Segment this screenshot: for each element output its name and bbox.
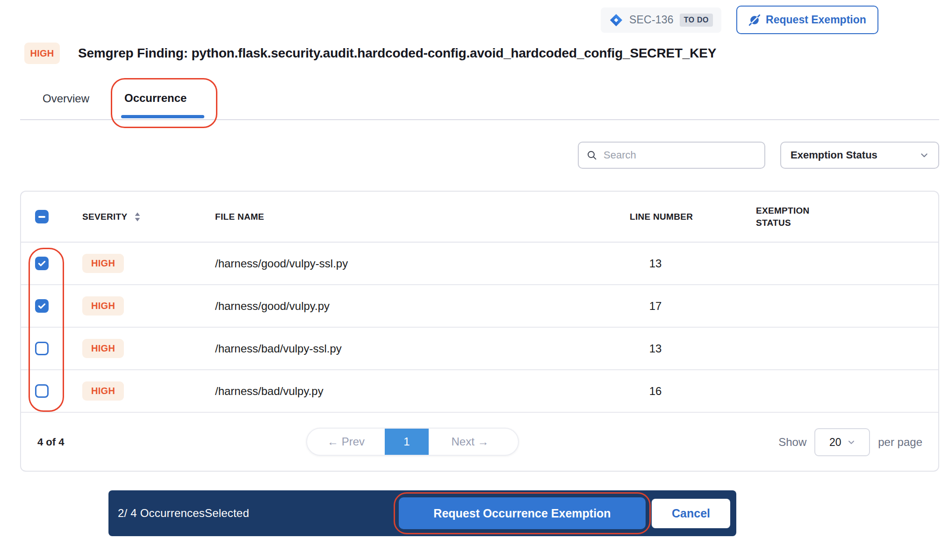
table-row: HIGH /harness/bad/vulpy.py 16 <box>21 370 938 413</box>
active-tab-underline <box>121 115 204 118</box>
row-checkbox[interactable] <box>35 257 49 270</box>
severity-badge: HIGH <box>82 339 124 358</box>
page-title: Semgrep Finding: python.flask.security.a… <box>78 46 716 61</box>
tabs-divider <box>20 119 939 120</box>
sort-severity-icon[interactable] <box>134 212 141 222</box>
file-name-cell: /harness/bad/vulpy.py <box>201 385 616 398</box>
table-row: HIGH /harness/bad/vulpy-ssl.py 13 <box>21 328 938 370</box>
search-box <box>578 142 765 169</box>
tab-overview[interactable]: Overview <box>43 92 89 105</box>
show-label: Show <box>778 436 806 449</box>
finding-severity-badge: HIGH <box>24 43 60 64</box>
table-header-row: SEVERITY FILE NAME LINE NUMBER EXEMPTION… <box>21 192 938 243</box>
table-row: HIGH /harness/good/vulpy-ssl.py 13 <box>21 243 938 285</box>
page-size-group: Show 20 per page <box>778 428 922 456</box>
request-occurrence-exemption-button[interactable]: Request Occurrence Exemption <box>399 497 646 529</box>
page-size-value: 20 <box>829 436 841 449</box>
column-header-line-number: LINE NUMBER <box>616 212 742 222</box>
row-count-label: 4 of 4 <box>37 436 64 448</box>
file-name-cell: /harness/good/vulpy-ssl.py <box>201 257 616 270</box>
jira-ticket-key: SEC-136 <box>629 14 674 26</box>
pagination-next-button[interactable]: Next → <box>429 429 511 455</box>
row-checkbox[interactable] <box>35 342 49 355</box>
finding-details-page: SEC-136 TO DO Request Exemption HIGH Sem… <box>0 0 949 560</box>
line-number-cell: 13 <box>616 257 742 270</box>
jira-icon <box>609 13 623 27</box>
tab-occurrence[interactable]: Occurrence <box>124 92 187 105</box>
exemption-status-filter-label: Exemption Status <box>791 149 877 161</box>
pagination-page-1[interactable]: 1 <box>385 429 429 455</box>
file-name-cell: /harness/good/vulpy.py <box>201 300 616 313</box>
table-body: HIGH /harness/good/vulpy-ssl.py 13 HIGH … <box>21 243 938 413</box>
column-header-severity: SEVERITY <box>82 212 127 222</box>
table-row: HIGH /harness/good/vulpy.py 17 <box>21 285 938 328</box>
select-all-checkbox[interactable] <box>35 210 49 223</box>
severity-badge: HIGH <box>82 254 124 273</box>
column-header-file-name: FILE NAME <box>201 212 616 222</box>
severity-badge: HIGH <box>82 296 124 316</box>
occurrences-table: SEVERITY FILE NAME LINE NUMBER EXEMPTION… <box>20 191 939 472</box>
search-icon <box>586 150 597 161</box>
request-exemption-label: Request Exemption <box>766 14 866 26</box>
pagination: ← Prev 1 Next → <box>306 428 519 456</box>
line-number-cell: 13 <box>616 342 742 355</box>
exemption-status-filter[interactable]: Exemption Status <box>780 142 939 169</box>
page-size-select[interactable]: 20 <box>814 428 870 456</box>
request-exemption-button[interactable]: Request Exemption <box>736 6 878 34</box>
chevron-down-icon <box>847 438 856 446</box>
column-header-exemption-status: EXEMPTION STATUS <box>742 205 828 229</box>
search-input[interactable] <box>604 149 757 161</box>
selection-count-label: 2/ 4 OccurrencesSelected <box>118 507 249 520</box>
per-page-label: per page <box>878 436 922 449</box>
exemption-slash-icon <box>748 14 761 26</box>
row-checkbox[interactable] <box>35 384 49 398</box>
selection-action-bar: 2/ 4 OccurrencesSelected Request Occurre… <box>108 490 736 536</box>
pagination-prev-button[interactable]: ← Prev <box>307 429 385 455</box>
jira-ticket-chip[interactable]: SEC-136 TO DO <box>601 7 721 33</box>
line-number-cell: 17 <box>616 300 742 313</box>
chevron-down-icon <box>920 151 929 160</box>
severity-badge: HIGH <box>82 381 124 401</box>
table-footer: 4 of 4 ← Prev 1 Next → Show 20 per page <box>21 413 938 472</box>
row-checkbox[interactable] <box>35 299 49 313</box>
cancel-button[interactable]: Cancel <box>652 499 730 528</box>
line-number-cell: 16 <box>616 385 742 398</box>
file-name-cell: /harness/bad/vulpy-ssl.py <box>201 342 616 355</box>
header-actions: SEC-136 TO DO Request Exemption <box>601 6 878 34</box>
jira-status-badge: TO DO <box>680 14 713 27</box>
